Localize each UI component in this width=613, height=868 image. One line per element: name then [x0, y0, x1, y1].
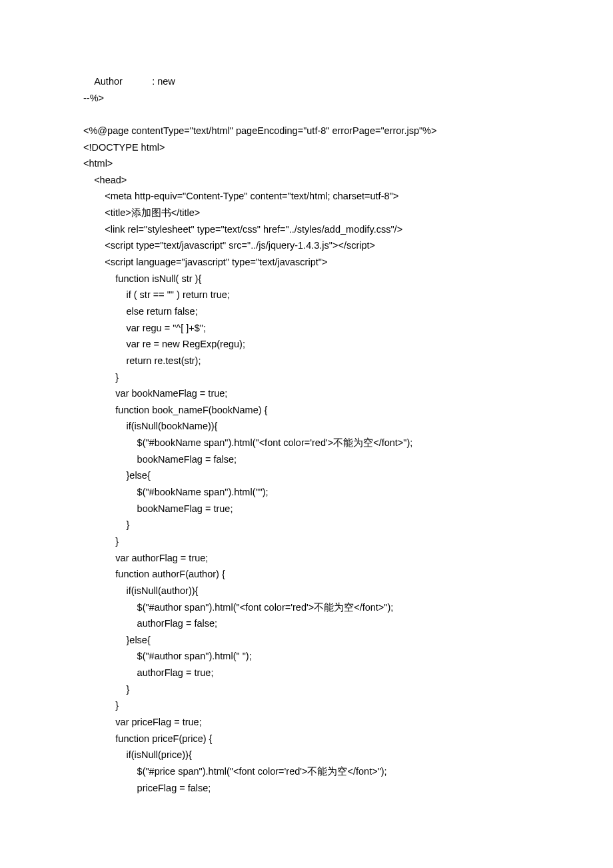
code-block: Author : new --%> <%@page contentType="t… — [83, 73, 530, 796]
document-page: Author : new --%> <%@page contentType="t… — [0, 0, 613, 868]
